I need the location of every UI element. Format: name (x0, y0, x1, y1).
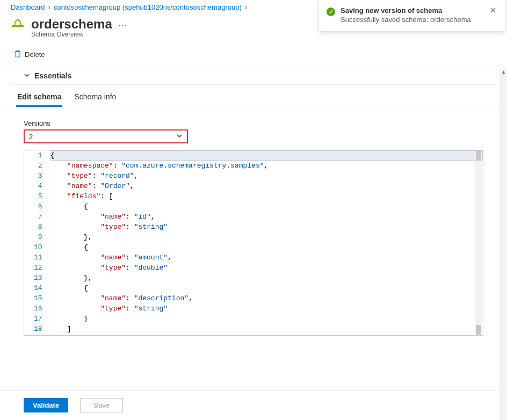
chevron-right-icon: › (48, 3, 50, 11)
chevron-down-icon (24, 71, 30, 80)
scroll-up-arrow[interactable]: ▴ (499, 69, 507, 76)
save-button: Save (80, 398, 123, 412)
schema-editor[interactable]: 123456789101112131415161718 { "namespace… (24, 150, 483, 336)
tab-edit-schema[interactable]: Edit schema (16, 87, 62, 107)
code-line[interactable]: "name": "amount", (50, 252, 483, 263)
versions-dropdown[interactable]: 2 (24, 129, 188, 143)
versions-label: Versions (24, 119, 483, 127)
essentials-toggle[interactable]: Essentials (11, 67, 496, 85)
line-number: 15 (34, 293, 42, 303)
code-line[interactable]: { (50, 283, 483, 293)
tab-schema-info[interactable]: Schema info (73, 87, 117, 107)
editor-pane: Versions 2 123456789101112131415161718 {… (0, 107, 507, 336)
editor-code[interactable]: { "namespace": "com.azure.schemaregistry… (48, 150, 483, 335)
code-line[interactable]: "type": "double" (50, 263, 483, 273)
line-number: 1 (34, 150, 42, 161)
code-line[interactable]: ] (50, 324, 483, 334)
code-line[interactable]: "name": "id", (50, 212, 483, 222)
code-line[interactable]: { (50, 201, 483, 212)
line-number: 9 (34, 232, 42, 242)
line-number: 13 (34, 273, 42, 283)
code-line[interactable]: "type": "string" (50, 303, 483, 314)
code-line[interactable]: }, (50, 273, 483, 283)
delete-button[interactable]: Delete (11, 48, 48, 61)
delete-icon (14, 50, 21, 59)
tab-bar: Edit schema Schema info (0, 87, 507, 107)
more-options-button[interactable]: ⋯ (118, 20, 128, 31)
code-line[interactable]: "namespace": "com.azure.schemaregistry.s… (50, 161, 483, 171)
line-number: 7 (34, 212, 42, 222)
line-number: 18 (34, 324, 42, 334)
code-line[interactable]: { (50, 150, 483, 161)
scrollbar-thumb[interactable] (476, 325, 481, 335)
line-number: 16 (34, 303, 42, 314)
success-icon: ✓ (327, 8, 335, 16)
svg-rect-0 (12, 25, 24, 27)
breadcrumb-schemagroup[interactable]: contososchemagroup (spehub1020ns/contoso… (54, 3, 242, 11)
line-number: 6 (34, 201, 42, 212)
line-number: 8 (34, 222, 42, 232)
line-number: 5 (34, 191, 42, 201)
code-line[interactable]: "name": "Order", (50, 181, 483, 191)
line-number: 10 (34, 242, 42, 252)
command-bar: Delete (0, 42, 507, 67)
chevron-down-icon (176, 132, 183, 141)
page-scrollbar[interactable]: ▴ (499, 69, 507, 420)
code-line[interactable]: }, (50, 232, 483, 242)
line-number: 11 (34, 252, 42, 263)
line-number: 3 (34, 171, 42, 181)
action-bar: Validate Save (0, 390, 507, 412)
toast-message: Successfully saved schema: orderschema (341, 16, 483, 24)
toast-close-button[interactable] (489, 6, 497, 15)
code-line[interactable]: "type": "record", (50, 171, 483, 181)
code-line[interactable]: { (50, 242, 483, 252)
essentials-label: Essentials (34, 71, 71, 80)
code-line[interactable]: } (50, 314, 483, 324)
delete-label: Delete (25, 50, 45, 59)
editor-scrollbar-vertical[interactable] (475, 151, 482, 335)
page-title: orderschema (31, 17, 112, 32)
line-number: 2 (34, 161, 42, 171)
toast-title: Saving new version of schema (341, 6, 483, 15)
code-line[interactable]: "type": "string" (50, 222, 483, 232)
code-line[interactable]: "fields": [ (50, 191, 483, 201)
line-number: 14 (34, 283, 42, 293)
schema-icon (11, 17, 25, 31)
page-subtitle: Schema Overview (0, 31, 507, 38)
scrollbar-thumb[interactable] (476, 151, 481, 161)
toast-notification: ✓ Saving new version of schema Successfu… (319, 0, 505, 31)
code-line[interactable]: "name": "description", (50, 293, 483, 303)
line-number: 12 (34, 263, 42, 273)
breadcrumb-dashboard[interactable]: Dashboard (11, 3, 45, 11)
line-number: 4 (34, 181, 42, 191)
editor-gutter: 123456789101112131415161718 (24, 150, 48, 335)
versions-selected-value: 2 (29, 133, 33, 141)
validate-button[interactable]: Validate (24, 398, 68, 412)
line-number: 17 (34, 314, 42, 324)
chevron-right-icon: › (245, 3, 247, 11)
